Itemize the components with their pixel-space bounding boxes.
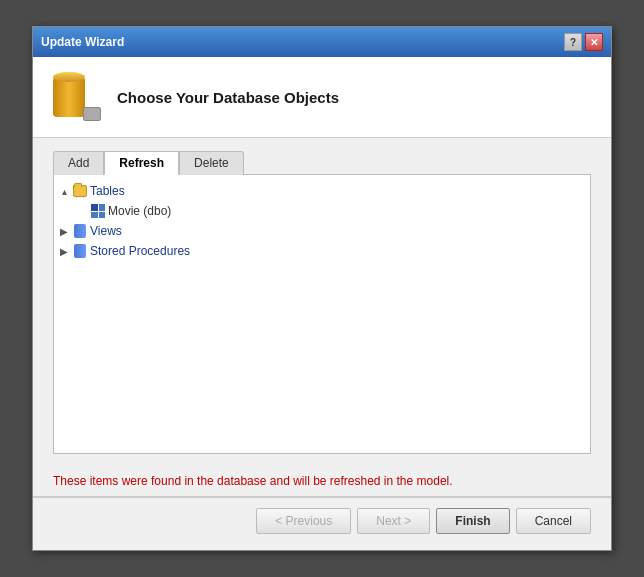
tree-item-views[interactable]: ▶ Views bbox=[58, 221, 586, 241]
tree-container: ▴ Tables Movie (dbo) ▶ bbox=[53, 174, 591, 454]
tree-item-tables[interactable]: ▴ Tables bbox=[58, 181, 586, 201]
next-button[interactable]: Next > bbox=[357, 508, 430, 534]
tree-item-movie[interactable]: Movie (dbo) bbox=[58, 201, 586, 221]
header-title: Choose Your Database Objects bbox=[117, 89, 339, 106]
tree-label-movie: Movie (dbo) bbox=[108, 204, 171, 218]
folder-icon bbox=[72, 183, 88, 199]
status-message: These items were found in the database a… bbox=[53, 474, 453, 488]
header-area: Choose Your Database Objects bbox=[33, 57, 611, 138]
database-icon bbox=[53, 73, 101, 121]
tree-toggle-views[interactable]: ▶ bbox=[58, 225, 70, 237]
tree-toggle-movie bbox=[76, 205, 88, 217]
cylinder-shape bbox=[53, 77, 85, 117]
titlebar: Update Wizard ? ✕ bbox=[33, 27, 611, 57]
tab-delete[interactable]: Delete bbox=[179, 151, 244, 175]
table-shape bbox=[91, 204, 105, 218]
update-wizard-window: Update Wizard ? ✕ Choose Your Database O… bbox=[32, 26, 612, 551]
finish-button[interactable]: Finish bbox=[436, 508, 509, 534]
close-button[interactable]: ✕ bbox=[585, 33, 603, 51]
tree-toggle-tables[interactable]: ▴ bbox=[58, 185, 70, 197]
titlebar-buttons: ? ✕ bbox=[564, 33, 603, 51]
status-bar: These items were found in the database a… bbox=[33, 466, 611, 496]
sp-shape bbox=[74, 244, 86, 258]
tree-label-views: Views bbox=[90, 224, 122, 238]
previous-button[interactable]: < Previous bbox=[256, 508, 351, 534]
content-area: Add Refresh Delete ▴ Tables bbox=[33, 138, 611, 466]
tree-item-stored-procedures[interactable]: ▶ Stored Procedures bbox=[58, 241, 586, 261]
views-icon bbox=[72, 223, 88, 239]
table-icon bbox=[90, 203, 106, 219]
cancel-button[interactable]: Cancel bbox=[516, 508, 591, 534]
folder-shape bbox=[73, 185, 87, 197]
views-shape bbox=[74, 224, 86, 238]
plug-shape bbox=[83, 107, 101, 121]
tab-add[interactable]: Add bbox=[53, 151, 104, 175]
stored-procedures-icon bbox=[72, 243, 88, 259]
window-title: Update Wizard bbox=[41, 35, 124, 49]
footer: < Previous Next > Finish Cancel bbox=[33, 497, 611, 550]
tab-bar: Add Refresh Delete bbox=[53, 150, 591, 174]
tree-label-stored-procedures: Stored Procedures bbox=[90, 244, 190, 258]
help-button[interactable]: ? bbox=[564, 33, 582, 51]
tree-label-tables: Tables bbox=[90, 184, 125, 198]
tree-toggle-sp[interactable]: ▶ bbox=[58, 245, 70, 257]
tab-refresh[interactable]: Refresh bbox=[104, 151, 179, 175]
